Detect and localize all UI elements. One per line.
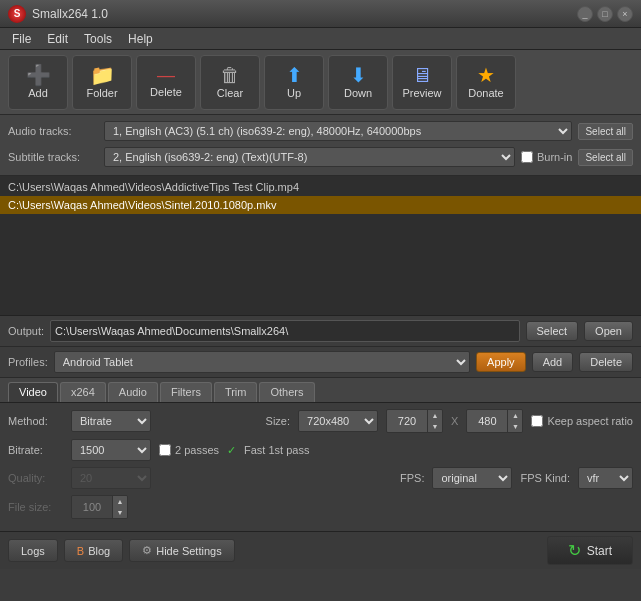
fps-kind-label: FPS Kind:: [520, 472, 570, 484]
window-controls[interactable]: _ □ ×: [577, 6, 633, 22]
window-title: Smallx264 1.0: [32, 7, 108, 21]
height-input[interactable]: [467, 410, 507, 432]
clear-button[interactable]: 🗑 Clear: [200, 55, 260, 110]
hide-settings-icon: ⚙: [142, 544, 152, 557]
select-output-button[interactable]: Select: [526, 321, 579, 341]
up-icon: ⬆: [286, 65, 303, 85]
audio-track-label: Audio tracks:: [8, 125, 98, 137]
tab-filters[interactable]: Filters: [160, 382, 212, 402]
filesize-row: File size: ▲ ▼: [8, 495, 633, 519]
clear-label: Clear: [217, 87, 243, 99]
menu-file[interactable]: File: [4, 30, 39, 48]
keep-aspect-checkbox[interactable]: [531, 415, 543, 427]
audio-select-all-button[interactable]: Select all: [578, 123, 633, 140]
logs-button[interactable]: Logs: [8, 539, 58, 562]
hide-settings-button[interactable]: ⚙ Hide Settings: [129, 539, 234, 562]
subtitle-select-all-button[interactable]: Select all: [578, 149, 633, 166]
width-input[interactable]: [387, 410, 427, 432]
height-spinner-btns: ▲ ▼: [507, 410, 522, 432]
width-down-btn[interactable]: ▼: [428, 421, 442, 432]
two-pass-checkbox[interactable]: [159, 444, 171, 456]
start-label: Start: [587, 544, 612, 558]
output-path-input[interactable]: [50, 320, 519, 342]
width-spinner[interactable]: ▲ ▼: [386, 409, 443, 433]
open-output-button[interactable]: Open: [584, 321, 633, 341]
audio-track-row: Audio tracks: 1, English (AC3) (5.1 ch) …: [8, 119, 633, 143]
folder-button[interactable]: 📁 Folder: [72, 55, 132, 110]
up-button[interactable]: ⬆ Up: [264, 55, 324, 110]
filesize-input[interactable]: [72, 496, 112, 518]
minimize-button[interactable]: _: [577, 6, 593, 22]
delete-button[interactable]: — Delete: [136, 55, 196, 110]
add-profile-button[interactable]: Add: [532, 352, 574, 372]
profiles-select[interactable]: Android Tablet: [54, 351, 470, 373]
menu-help[interactable]: Help: [120, 30, 161, 48]
output-area: Output: Select Open: [0, 316, 641, 347]
delete-label: Delete: [150, 86, 182, 98]
menu-tools[interactable]: Tools: [76, 30, 120, 48]
filesize-up-btn[interactable]: ▲: [113, 496, 127, 507]
subtitle-track-label: Subtitle tracks:: [8, 151, 98, 163]
tab-video[interactable]: Video: [8, 382, 58, 402]
toolbar: ➕ Add 📁 Folder — Delete 🗑 Clear ⬆ Up ⬇ D…: [0, 50, 641, 115]
filesize-label: File size:: [8, 501, 63, 513]
donate-label: Donate: [468, 87, 503, 99]
preview-button[interactable]: 🖥 Preview: [392, 55, 452, 110]
maximize-button[interactable]: □: [597, 6, 613, 22]
bottom-bar: Logs B Blog ⚙ Hide Settings ↻ Start: [0, 531, 641, 569]
method-size-row: Method: Bitrate Size: 720x480 ▲ ▼ X ▲ ▼ …: [8, 409, 633, 433]
height-down-btn[interactable]: ▼: [508, 421, 522, 432]
quality-select[interactable]: 20: [71, 467, 151, 489]
method-select[interactable]: Bitrate: [71, 410, 151, 432]
quality-label: Quality:: [8, 472, 63, 484]
files-list: C:\Users\Waqas Ahmed\Videos\AddictiveTip…: [0, 176, 641, 316]
start-icon: ↻: [568, 541, 581, 560]
add-label: Add: [28, 87, 48, 99]
donate-button[interactable]: ★ Donate: [456, 55, 516, 110]
filesize-spinner-btns: ▲ ▼: [112, 496, 127, 518]
fps-kind-select[interactable]: vfr: [578, 467, 633, 489]
file-item[interactable]: C:\Users\Waqas Ahmed\Videos\AddictiveTip…: [0, 178, 641, 196]
filesize-down-btn[interactable]: ▼: [113, 507, 127, 518]
width-spinner-btns: ▲ ▼: [427, 410, 442, 432]
filesize-spinner[interactable]: ▲ ▼: [71, 495, 128, 519]
down-icon: ⬇: [350, 65, 367, 85]
blog-icon: B: [77, 545, 84, 557]
fps-label: FPS:: [400, 472, 424, 484]
tracks-area: Audio tracks: 1, English (AC3) (5.1 ch) …: [0, 115, 641, 176]
size-select[interactable]: 720x480: [298, 410, 378, 432]
tabs-bar: Video x264 Audio Filters Trim Others: [0, 378, 641, 403]
tab-trim[interactable]: Trim: [214, 382, 258, 402]
apply-profile-button[interactable]: Apply: [476, 352, 526, 372]
file-item[interactable]: C:\Users\Waqas Ahmed\Videos\Sintel.2010.…: [0, 196, 641, 214]
audio-track-select[interactable]: 1, English (AC3) (5.1 ch) (iso639-2: eng…: [104, 121, 572, 141]
burn-in-label: Burn-in: [537, 151, 572, 163]
delete-icon: —: [157, 66, 175, 84]
logs-label: Logs: [21, 545, 45, 557]
bitrate-select[interactable]: 1500: [71, 439, 151, 461]
start-button[interactable]: ↻ Start: [547, 536, 633, 565]
preview-icon: 🖥: [412, 65, 432, 85]
tab-x264[interactable]: x264: [60, 382, 106, 402]
delete-profile-button[interactable]: Delete: [579, 352, 633, 372]
output-label: Output:: [8, 325, 44, 337]
two-pass-label[interactable]: 2 passes: [159, 444, 219, 456]
subtitle-track-select[interactable]: 2, English (iso639-2: eng) (Text)(UTF-8): [104, 147, 515, 167]
width-up-btn[interactable]: ▲: [428, 410, 442, 421]
x-separator: X: [451, 415, 458, 427]
fast-1st-text: Fast 1st pass: [244, 444, 309, 456]
add-button[interactable]: ➕ Add: [8, 55, 68, 110]
clear-icon: 🗑: [220, 65, 240, 85]
close-button[interactable]: ×: [617, 6, 633, 22]
keep-aspect-label[interactable]: Keep aspect ratio: [531, 415, 633, 427]
menu-edit[interactable]: Edit: [39, 30, 76, 48]
down-label: Down: [344, 87, 372, 99]
height-spinner[interactable]: ▲ ▼: [466, 409, 523, 433]
burn-in-checkbox[interactable]: [521, 151, 533, 163]
tab-audio[interactable]: Audio: [108, 382, 158, 402]
tab-others[interactable]: Others: [259, 382, 314, 402]
height-up-btn[interactable]: ▲: [508, 410, 522, 421]
down-button[interactable]: ⬇ Down: [328, 55, 388, 110]
fps-select[interactable]: original: [432, 467, 512, 489]
blog-button[interactable]: B Blog: [64, 539, 123, 562]
